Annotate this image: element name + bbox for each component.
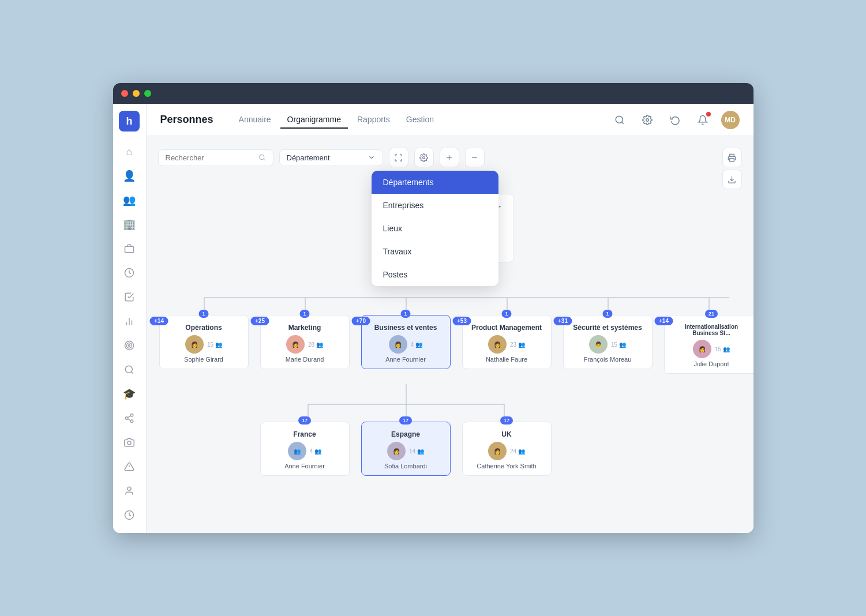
refresh-icon[interactable]: [666, 111, 684, 129]
sidebar-item-graduation[interactable]: 🎓: [118, 383, 140, 405]
svg-point-23: [260, 155, 264, 159]
user-avatar[interactable]: MD: [721, 111, 740, 129]
l2-2-avatar: 👩: [389, 335, 407, 354]
l2-5-expand[interactable]: +14: [654, 317, 673, 325]
svg-point-18: [128, 487, 131, 490]
toolbar: Département: [158, 148, 742, 167]
svg-rect-0: [125, 246, 134, 253]
notifications-icon[interactable]: [693, 111, 712, 129]
l2-card-4[interactable]: 1 Sécurité et systèmes 👨 15 👥 François M…: [563, 315, 653, 369]
nav-tabs: Annuaire Organigramme Rapports Gestion: [232, 111, 441, 129]
fullscreen-button[interactable]: [389, 148, 408, 167]
sidebar-item-history[interactable]: [118, 286, 140, 308]
l3-card-2[interactable]: 17 UK 👩 24 👥 Catherine York Smith: [462, 422, 552, 476]
sidebar-item-person[interactable]: 👤: [118, 165, 140, 187]
l3-1-title: Espagne: [369, 430, 443, 438]
l2-3-title: Product Management: [470, 324, 544, 332]
l2-card-1[interactable]: 1 Marketing 👩 28 👥 Marie Durand: [260, 315, 350, 369]
l3-card-0[interactable]: 17 France 👥 4 👥 Anne Fournier: [260, 422, 350, 476]
add-button[interactable]: [440, 148, 459, 167]
search-box[interactable]: [158, 149, 273, 166]
tab-organigramme[interactable]: Organigramme: [280, 111, 348, 129]
l3-0-name: Anne Fournier: [268, 463, 342, 469]
l2-card-2[interactable]: 1 Business et ventes 👩 4 👥 Anne Fournier: [361, 315, 451, 369]
l2-2-badge: 1: [400, 310, 410, 318]
sidebar-item-clock2[interactable]: [118, 504, 140, 526]
dropdown-option-travaux[interactable]: Travaux: [372, 240, 498, 263]
l2-0-title: Opérations: [167, 324, 241, 332]
l2-5-title: Internationalisation Business St...: [672, 324, 752, 336]
l2-0-expand[interactable]: +14: [149, 317, 168, 325]
dropdown-option-entreprises[interactable]: Entreprises: [372, 194, 498, 217]
l2-1-avatar: 👩: [286, 335, 305, 354]
svg-point-7: [129, 345, 130, 347]
sidebar-item-flow[interactable]: [118, 407, 140, 429]
search-icon[interactable]: [610, 111, 629, 129]
sidebar-item-building[interactable]: 🏢: [118, 213, 140, 235]
l2-3-name: Nathalie Faure: [470, 356, 544, 363]
sidebar-item-clock[interactable]: [118, 262, 140, 284]
sidebar-item-search[interactable]: [118, 359, 140, 381]
svg-point-8: [125, 366, 132, 373]
sidebar-item-target[interactable]: [118, 335, 140, 356]
l2-card-3[interactable]: 1 Product Management 👩 23 👥 Nathalie Fau…: [462, 315, 552, 369]
l2-card-0[interactable]: 1 Opérations 👩 15 👥 Sophie Girard: [159, 315, 249, 369]
l2-2-expand[interactable]: +70: [351, 317, 370, 325]
l2-1-count: 28 👥: [308, 341, 323, 348]
tab-annuaire[interactable]: Annuaire: [232, 111, 278, 129]
l3-0-count: 4 👥: [310, 448, 321, 455]
l2-4-expand[interactable]: +31: [553, 317, 572, 325]
department-dropdown[interactable]: Département: [279, 149, 383, 166]
l2-3-expand[interactable]: +53: [452, 317, 471, 325]
settings-button[interactable]: [414, 148, 434, 167]
sidebar-item-alert[interactable]: [118, 456, 140, 478]
l2-5-name: Julie Dupont: [672, 360, 752, 367]
remove-button[interactable]: [465, 148, 485, 167]
l2-2-name: Anne Fournier: [369, 356, 443, 363]
dropdown-menu: Départements Entreprises Lieux Travaux P…: [372, 171, 498, 286]
svg-line-24: [264, 159, 265, 160]
settings-icon[interactable]: [638, 111, 657, 129]
l3-card-1[interactable]: 17 Espagne 👩 14 👥 Sofia Lombardi: [361, 422, 451, 476]
sidebar-item-camera[interactable]: [118, 431, 140, 453]
sidebar-item-chart[interactable]: [118, 310, 140, 332]
svg-line-14: [128, 416, 130, 418]
l2-3-avatar: 👩: [488, 335, 507, 354]
dropdown-option-departements[interactable]: Départements: [372, 171, 498, 194]
search-input[interactable]: [166, 153, 254, 162]
l2-5-count: 15 👥: [715, 346, 730, 352]
svg-line-9: [131, 371, 133, 373]
l2-0-avatar: 👩: [185, 335, 204, 354]
sidebar-item-briefcase[interactable]: [118, 238, 140, 260]
sidebar-item-user-settings[interactable]: [118, 480, 140, 502]
l2-2-title: Business et ventes: [369, 324, 443, 332]
notification-badge: [706, 112, 711, 117]
l2-5-badge: 21: [705, 310, 718, 318]
tab-rapports[interactable]: Rapports: [350, 111, 397, 129]
l2-0-name: Sophie Girard: [167, 356, 241, 363]
close-dot[interactable]: [121, 90, 128, 97]
page-title: Personnes: [160, 114, 213, 126]
l3-1-count: 14 👥: [409, 448, 424, 455]
l3-2-name: Catherine York Smith: [470, 463, 544, 469]
l2-0-count: 15 👥: [207, 341, 222, 348]
svg-point-11: [125, 417, 128, 420]
l2-1-expand[interactable]: +25: [250, 317, 269, 325]
minimize-dot[interactable]: [133, 90, 140, 97]
sidebar-item-home[interactable]: ⌂: [118, 141, 140, 163]
l3-2-count: 24 👥: [510, 448, 525, 455]
l2-1-name: Marie Durand: [268, 356, 342, 363]
svg-point-10: [130, 414, 133, 417]
l3-2-avatar: 👩: [488, 442, 507, 460]
dropdown-option-postes[interactable]: Postes: [372, 263, 498, 286]
svg-point-25: [423, 156, 425, 159]
dropdown-option-lieux[interactable]: Lieux: [372, 217, 498, 240]
tab-gestion[interactable]: Gestion: [399, 111, 441, 129]
l2-1-badge: 1: [299, 310, 309, 318]
l2-4-avatar: 👨: [589, 335, 608, 354]
sidebar-item-people[interactable]: 👥: [118, 189, 140, 211]
dropdown-label: Département: [287, 153, 330, 162]
maximize-dot[interactable]: [144, 90, 151, 97]
download-button[interactable]: [722, 170, 742, 189]
l2-card-5[interactable]: 21 Internationalisation Business St... 👩…: [664, 315, 753, 374]
